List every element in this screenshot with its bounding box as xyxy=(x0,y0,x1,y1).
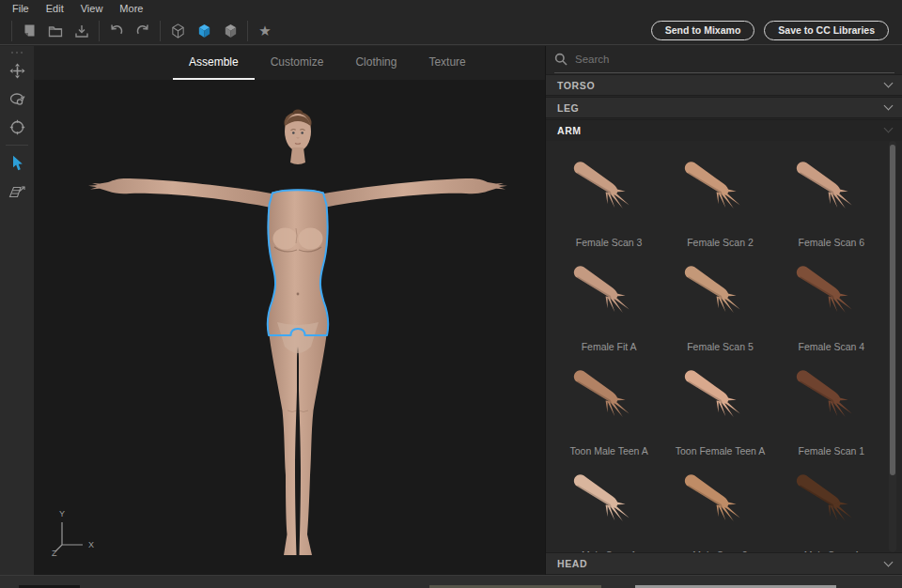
move-tool-icon[interactable] xyxy=(0,56,34,85)
arm-item-label: Female Fit A xyxy=(582,341,637,352)
header-buttons: Send to Mixamo Save to CC Libraries xyxy=(651,21,889,40)
header-bar: File Edit View More xyxy=(0,0,902,45)
tool-sidebar xyxy=(0,46,34,575)
arm-item[interactable]: Male Scan 2 xyxy=(664,465,775,552)
arm-thumbnail xyxy=(564,256,654,330)
panel-scrollbar-thumb[interactable] xyxy=(890,145,895,475)
menu-more[interactable]: More xyxy=(111,3,151,14)
mode-tabbar: Assemble Customize Clothing Texture xyxy=(34,46,545,80)
camera-frustum-icon[interactable] xyxy=(0,178,34,206)
send-to-mixamo-button[interactable]: Send to Mixamo xyxy=(651,21,755,40)
chevron-down-icon xyxy=(884,557,894,566)
sidebar-divider xyxy=(6,145,28,146)
favorites-star-icon[interactable]: ★ xyxy=(252,20,278,42)
arm-thumbnail xyxy=(786,256,877,330)
bottom-bar xyxy=(0,575,902,588)
shaded-view-icon[interactable] xyxy=(191,20,217,42)
arm-thumbnail xyxy=(675,256,765,330)
arm-thumbnail xyxy=(564,152,654,225)
3d-canvas[interactable]: Y X Z xyxy=(34,80,545,575)
wireframe-view-icon[interactable] xyxy=(164,20,191,42)
section-torso[interactable]: TORSO xyxy=(546,74,902,96)
chevron-down-icon xyxy=(884,124,894,133)
arm-item[interactable]: Male Scan 4 xyxy=(776,465,887,552)
model-right-arm xyxy=(319,178,507,209)
undo-icon[interactable] xyxy=(103,20,130,42)
arm-thumbnail xyxy=(786,152,877,225)
arm-item-label: Female Scan 3 xyxy=(576,237,643,248)
open-folder-icon[interactable] xyxy=(42,20,69,42)
arm-item[interactable]: Female Scan 2 xyxy=(664,152,775,256)
rotate-tool-icon[interactable] xyxy=(0,85,34,113)
model-left-arm xyxy=(88,178,276,209)
character-model xyxy=(34,80,545,575)
tab-texture[interactable]: Texture xyxy=(412,46,481,80)
menu-edit[interactable]: Edit xyxy=(38,3,72,14)
select-cursor-icon[interactable] xyxy=(0,149,34,178)
search-input[interactable] xyxy=(575,54,894,65)
arm-item[interactable]: Female Scan 3 xyxy=(553,152,664,256)
axis-gizmo: Y X Z xyxy=(51,505,100,558)
toolbar: ★ xyxy=(8,16,278,45)
arm-item-label: Female Scan 4 xyxy=(799,341,865,352)
new-document-icon[interactable] xyxy=(16,20,42,42)
arm-thumbnail xyxy=(564,465,654,538)
search-icon xyxy=(554,53,568,66)
toolbar-divider xyxy=(11,21,12,41)
arm-item[interactable]: Female Scan 6 xyxy=(776,152,887,256)
tab-clothing[interactable]: Clothing xyxy=(339,46,412,80)
arm-item[interactable]: Female Scan 5 xyxy=(664,256,775,361)
section-leg[interactable]: LEG xyxy=(546,97,902,118)
toolbar-divider xyxy=(99,21,100,41)
sidebar-grip[interactable] xyxy=(11,52,23,54)
axis-y-label: Y xyxy=(59,509,65,518)
arm-thumbnail xyxy=(675,361,765,434)
chevron-down-icon xyxy=(884,79,894,88)
arm-thumbnail xyxy=(786,361,877,434)
arm-item[interactable]: Male Scan 1 xyxy=(553,465,664,552)
section-arm[interactable]: ARM xyxy=(546,119,902,141)
textured-view-icon[interactable] xyxy=(217,20,243,42)
arm-thumbnail xyxy=(675,465,765,538)
arm-items-grid: Female Scan 3 Female Scan 2 Female Scan … xyxy=(553,141,887,552)
axis-z-label: Z xyxy=(52,549,57,558)
arm-item[interactable]: Female Scan 1 xyxy=(776,361,887,465)
menubar: File Edit View More xyxy=(4,0,151,16)
save-icon[interactable] xyxy=(69,20,95,42)
tab-customize[interactable]: Customize xyxy=(255,46,340,80)
tab-assemble[interactable]: Assemble xyxy=(173,46,255,80)
section-head[interactable]: HEAD xyxy=(546,552,902,575)
viewport: Assemble Customize Clothing Texture xyxy=(34,46,545,575)
arm-item[interactable]: Toon Female Teen A xyxy=(664,361,775,465)
arm-item-label: Toon Male Teen A xyxy=(570,445,648,456)
model-neck xyxy=(290,147,305,164)
redo-icon[interactable] xyxy=(130,20,156,42)
arm-thumbnail xyxy=(564,361,654,434)
arm-thumbnail xyxy=(786,465,877,538)
search-row xyxy=(546,46,902,74)
arm-item-label: Female Scan 2 xyxy=(687,237,754,248)
arm-item-label: Female Scan 5 xyxy=(687,341,754,352)
arm-item[interactable]: Toon Male Teen A xyxy=(553,361,664,465)
arm-thumbnail xyxy=(675,152,765,225)
arm-item-label: Female Scan 6 xyxy=(799,237,865,248)
arm-item[interactable]: Female Scan 4 xyxy=(776,256,887,361)
panel-scrollbar[interactable] xyxy=(889,141,896,552)
chevron-down-icon xyxy=(884,101,894,111)
menu-file[interactable]: File xyxy=(4,3,38,14)
frame-target-icon[interactable] xyxy=(0,113,34,141)
arm-item[interactable]: Female Fit A xyxy=(553,256,664,361)
save-to-cc-libraries-button[interactable]: Save to CC Libraries xyxy=(764,21,889,40)
axis-x-label: X xyxy=(88,540,94,549)
menu-view[interactable]: View xyxy=(72,3,112,14)
arm-item-label: Female Scan 1 xyxy=(799,445,865,456)
toolbar-divider xyxy=(160,21,161,41)
arm-item-label: Toon Female Teen A xyxy=(676,445,766,456)
toolbar-divider xyxy=(247,21,248,41)
parts-panel: TORSO LEG ARM Female Scan 3 Female Scan … xyxy=(545,46,902,575)
app-window: File Edit View More xyxy=(0,0,902,588)
